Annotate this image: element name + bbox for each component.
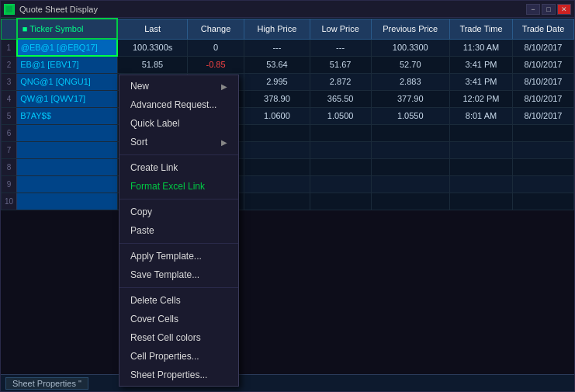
trade-time-cell	[449, 124, 512, 141]
menu-item-create-link[interactable]: Create Link	[120, 158, 238, 177]
menu-item-paste[interactable]: Paste	[120, 221, 238, 240]
trade-time-cell	[449, 193, 512, 210]
trade-time-cell: 12:02 PM	[449, 90, 512, 107]
low-price-cell: 2.872	[310, 73, 371, 90]
menu-label-paste: Paste	[130, 225, 154, 236]
menu-item-sort[interactable]: Sort▶	[120, 133, 238, 151]
menu-label-advanced-request: Advanced Request...	[130, 99, 216, 110]
high-price-cell	[244, 141, 310, 158]
high-price-cell: 53.64	[244, 56, 310, 73]
status-bar: Sheet Properties "	[1, 374, 574, 391]
low-price-cell: 365.50	[310, 90, 371, 107]
menu-item-save-template[interactable]: Save Template...	[120, 265, 238, 284]
trade-date-cell	[513, 158, 574, 175]
trade-time-cell: 3:41 PM	[449, 73, 512, 90]
row-number: 8	[2, 158, 17, 175]
trade-date-cell: 8/10/2017	[513, 90, 574, 107]
menu-label-quick-label: Quick Label	[130, 118, 179, 129]
restore-button[interactable]: □	[542, 4, 556, 15]
table-row[interactable]: 8	[2, 158, 574, 175]
window-title: Quote Sheet Display	[19, 5, 98, 14]
menu-label-new: New	[130, 81, 149, 92]
low-price-cell	[310, 124, 371, 141]
svg-rect-1	[7, 7, 12, 12]
trade-time-cell: 3:41 PM	[449, 56, 512, 73]
row-number: 6	[2, 124, 17, 141]
table-row[interactable]: 10	[2, 193, 574, 210]
menu-item-sheet-properties[interactable]: Sheet Properties...	[120, 366, 238, 384]
col-header-change: Change	[187, 19, 244, 39]
sheet-properties-status[interactable]: Sheet Properties "	[5, 377, 88, 390]
high-price-cell	[244, 193, 310, 210]
col-header-ticker: ■ Ticker Symbol	[17, 19, 118, 39]
prev-price-cell: 1.0550	[371, 107, 449, 124]
table-row[interactable]: 4 QW@1 [QWV17] 380.40 0 378.90 365.50 37…	[2, 90, 574, 107]
prev-price-cell: 377.90	[371, 90, 449, 107]
menu-item-format-excel-link[interactable]: Format Excel Link	[120, 177, 238, 196]
menu-label-cover-cells: Cover Cells	[130, 314, 178, 324]
ticker-cell[interactable]: B7AY$$	[17, 107, 118, 124]
menu-separator	[120, 287, 238, 288]
menu-separator	[120, 243, 238, 244]
trade-date-cell	[513, 141, 574, 158]
menu-item-delete-cells[interactable]: Delete Cells	[120, 291, 238, 310]
ticker-cell[interactable]	[17, 193, 118, 210]
menu-label-format-excel-link: Format Excel Link	[130, 181, 205, 192]
minimize-button[interactable]: −	[526, 4, 540, 15]
menu-label-sort: Sort	[130, 137, 147, 147]
table-header-row: ■ Ticker Symbol Last Change High Price L…	[2, 19, 574, 39]
ticker-cell[interactable]	[17, 175, 118, 193]
menu-item-reset-cell-colors[interactable]: Reset Cell colors	[120, 328, 238, 347]
ticker-cell[interactable]	[17, 158, 118, 175]
table-row[interactable]: 6	[2, 124, 574, 141]
table-row[interactable]: 5 B7AY$$ 0 1.0600 1.0500 1.0550 8:01 AM …	[2, 107, 574, 124]
table-row[interactable]: 1 @EB@1 [@EBQ17] 100.3300s 0 --- --- 100…	[2, 39, 574, 56]
col-header-tradedate: Trade Date	[513, 19, 574, 39]
menu-separator	[120, 154, 238, 155]
table-row[interactable]: 7	[2, 141, 574, 158]
menu-label-sheet-properties: Sheet Properties...	[130, 369, 207, 380]
menu-item-quick-label[interactable]: Quick Label	[120, 114, 238, 133]
row-number: 9	[2, 175, 17, 193]
menu-item-cover-cells[interactable]: Cover Cells	[120, 310, 238, 328]
context-menu: New▶Advanced Request...Quick LabelSort▶C…	[119, 75, 239, 387]
menu-label-create-link: Create Link	[130, 162, 178, 173]
menu-item-cell-properties[interactable]: Cell Properties...	[120, 347, 238, 366]
low-price-cell	[310, 141, 371, 158]
prev-price-cell: 52.70	[371, 56, 449, 73]
prev-price-cell: 2.883	[371, 73, 449, 90]
low-price-cell: 51.67	[310, 56, 371, 73]
ticker-cell[interactable]: QW@1 [QWV17]	[17, 90, 118, 107]
main-window: Quote Sheet Display − □ ✕	[0, 0, 575, 392]
table-row[interactable]: 3 QNG@1 [QNGU1] 2.992 0 2.995 2.872 2.88…	[2, 73, 574, 90]
ticker-cell[interactable]: @EB@1 [@EBQ17]	[17, 39, 118, 56]
high-price-cell	[244, 124, 310, 141]
trade-date-cell: 8/10/2017	[513, 56, 574, 73]
prev-price-cell	[371, 158, 449, 175]
high-price-cell: 2.995	[244, 73, 310, 90]
col-header-high: High Price	[244, 19, 310, 39]
menu-item-new[interactable]: New▶	[120, 77, 238, 95]
ticker-cell[interactable]	[17, 124, 118, 141]
col-header-low: Low Price	[310, 19, 371, 39]
ticker-cell[interactable]	[17, 141, 118, 158]
close-button[interactable]: ✕	[557, 4, 571, 15]
menu-item-apply-template[interactable]: Apply Template...	[120, 247, 238, 265]
menu-separator	[120, 199, 238, 199]
change-cell: 0	[187, 39, 244, 56]
high-price-cell: 1.0600	[244, 107, 310, 124]
menu-label-delete-cells: Delete Cells	[130, 295, 181, 306]
menu-item-copy[interactable]: Copy	[120, 203, 238, 221]
table-row[interactable]: 2 EB@1 [EBV17] 51.85 -0.85 53.64 51.67 5…	[2, 56, 574, 73]
trade-time-cell	[449, 175, 512, 193]
ticker-cell[interactable]: EB@1 [EBV17]	[17, 56, 118, 73]
table-row[interactable]: 9	[2, 175, 574, 193]
quote-table-container: ■ Ticker Symbol Last Change High Price L…	[1, 18, 574, 210]
col-header-last: Last	[117, 19, 187, 39]
ticker-cell[interactable]: QNG@1 [QNGU1]	[17, 73, 118, 90]
prev-price-cell	[371, 193, 449, 210]
trade-date-cell	[513, 175, 574, 193]
menu-label-apply-template: Apply Template...	[130, 251, 202, 262]
menu-item-advanced-request[interactable]: Advanced Request...	[120, 95, 238, 114]
low-price-cell	[310, 158, 371, 175]
